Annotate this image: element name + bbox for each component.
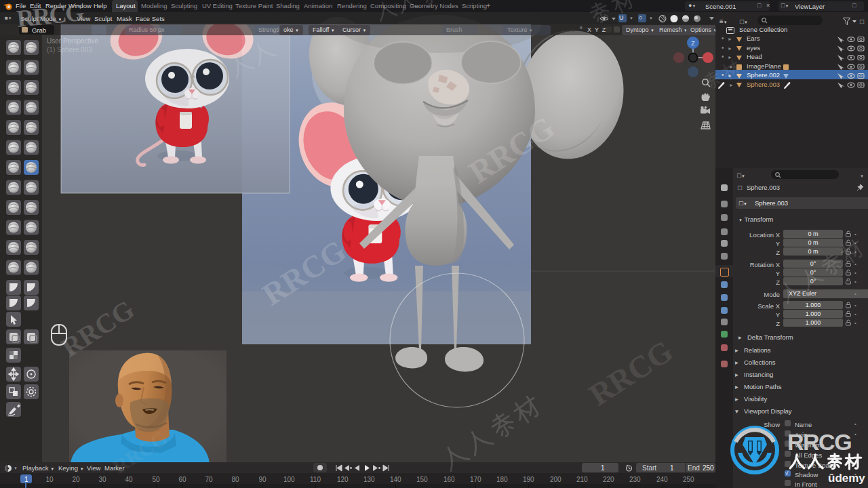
svg-text:Z: Z [691, 40, 695, 47]
svg-text:User Perspective: User Perspective [47, 37, 99, 45]
svg-text:(1) Sphere.003: (1) Sphere.003 [47, 46, 92, 54]
